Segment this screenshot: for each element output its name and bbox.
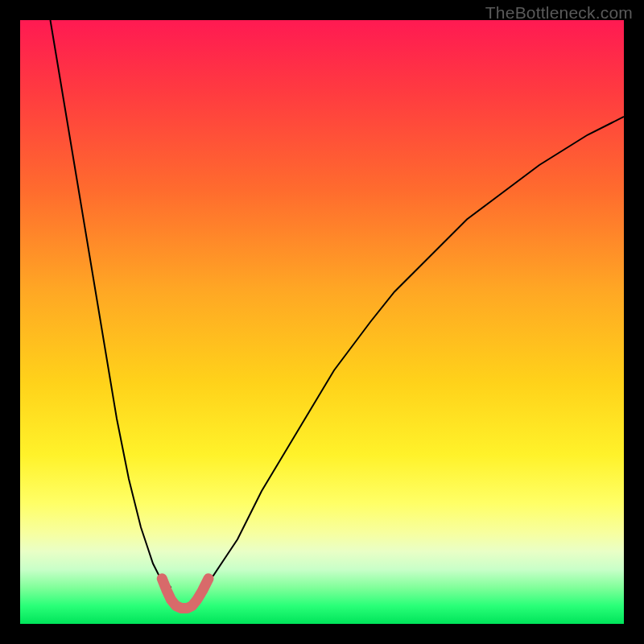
- chart-frame: TheBottleneck.com: [0, 0, 644, 644]
- plot-area: [20, 20, 624, 624]
- chart-svg: [20, 20, 624, 624]
- gradient-background: [20, 20, 624, 624]
